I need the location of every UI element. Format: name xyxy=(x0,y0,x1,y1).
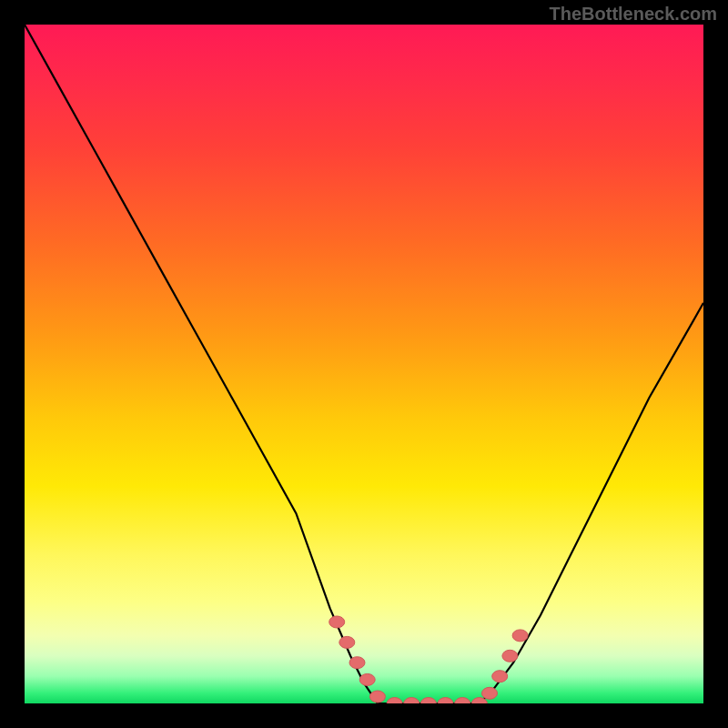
chart-svg xyxy=(25,25,703,703)
curve-marker xyxy=(369,691,385,703)
bottleneck-curve xyxy=(25,25,703,703)
curve-marker xyxy=(438,698,453,704)
curve-marker xyxy=(502,650,518,662)
curve-marker xyxy=(329,616,345,628)
curve-marker xyxy=(420,698,436,704)
attribution-text: TheBottleneck.com xyxy=(550,4,717,25)
curve-markers xyxy=(329,616,528,703)
curve-marker xyxy=(339,636,355,648)
curve-marker xyxy=(349,657,365,669)
curve-marker xyxy=(404,698,420,704)
curve-marker xyxy=(455,698,470,704)
curve-marker xyxy=(512,630,528,642)
curve-marker xyxy=(359,673,375,685)
curve-marker xyxy=(492,671,508,682)
curve-marker xyxy=(387,698,402,704)
curve-marker xyxy=(482,687,498,699)
plot-area xyxy=(25,25,703,703)
